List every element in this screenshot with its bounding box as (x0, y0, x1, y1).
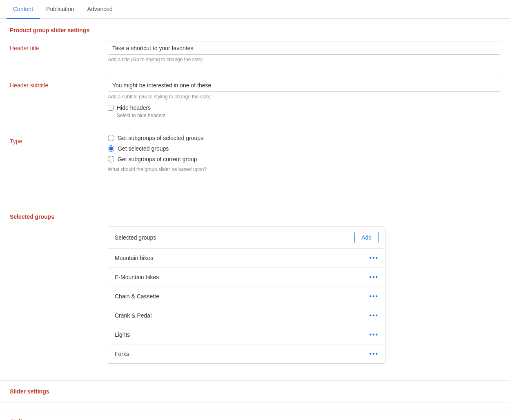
radio-subgroups-selected-row: Get subgroups of selected groups (108, 135, 500, 141)
groups-panel-title: Selected groups (115, 234, 156, 241)
header-title-label: Header title (10, 42, 108, 51)
radio-subgroups-selected-label: Get subgroups of selected groups (118, 135, 203, 141)
header-subtitle-label: Header subtitle (10, 79, 108, 89)
group-item: Lights ••• (108, 325, 385, 344)
radio-subgroups-current-row: Get subgroups of current group (108, 156, 500, 162)
add-group-button[interactable]: Add (354, 232, 379, 243)
group-name: Forks (115, 351, 129, 357)
tabs-bar: Content Publication Advanced (0, 0, 510, 19)
group-menu-button[interactable]: ••• (369, 331, 379, 338)
type-hint: What should the group slider be based up… (108, 167, 500, 172)
group-item: E-Mountain bikes ••• (108, 268, 385, 287)
radio-selected-groups[interactable] (108, 145, 114, 152)
selected-groups-section: Selected groups Selected groups Add Moun… (0, 205, 510, 372)
group-item: Chain & Cassette ••• (108, 287, 385, 306)
selected-groups-title: Selected groups (10, 213, 500, 220)
header-title-row: Header title Add a title (Go to styling … (10, 42, 500, 71)
divider-3 (0, 402, 510, 402)
group-name: Mountain bikes (115, 255, 153, 261)
groups-panel-header: Selected groups Add (108, 227, 385, 249)
group-menu-button[interactable]: ••• (369, 273, 379, 281)
tab-publication[interactable]: Publication (40, 0, 81, 19)
slider-settings-section[interactable]: Slider settings (0, 380, 510, 402)
radio-selected-groups-row: Get selected groups (108, 145, 500, 152)
radio-subgroups-current[interactable] (108, 156, 114, 162)
group-menu-button[interactable]: ••• (369, 350, 379, 358)
type-field: Get subgroups of selected groups Get sel… (108, 135, 500, 172)
header-subtitle-field: Add a subtitle (Go to styling to change … (108, 79, 500, 118)
radio-subgroups-selected[interactable] (108, 135, 114, 141)
hide-headers-row: Hide headers (108, 104, 500, 111)
tab-content[interactable]: Content (7, 0, 40, 19)
divider-1 (0, 197, 510, 197)
tab-advanced[interactable]: Advanced (81, 0, 119, 19)
divider-2 (0, 372, 510, 372)
group-name: Crank & Pedal (115, 312, 151, 319)
main-content: Product group slider settings Header tit… (0, 19, 510, 197)
group-menu-button[interactable]: ••• (369, 312, 379, 319)
header-subtitle-hint: Add a subtitle (Go to styling to change … (108, 94, 500, 100)
hide-headers-checkbox[interactable] (108, 105, 114, 111)
tab-list: Content Publication Advanced (0, 0, 510, 19)
radio-selected-groups-label: Get selected groups (118, 145, 169, 152)
groups-panel: Selected groups Add Mountain bikes ••• E… (108, 227, 385, 364)
group-menu-button[interactable]: ••• (369, 293, 379, 300)
group-name: Lights (115, 331, 130, 338)
radio-subgroups-current-label: Get subgroups of current group (118, 156, 197, 162)
header-subtitle-input[interactable] (108, 79, 500, 92)
header-title-input[interactable] (108, 42, 500, 55)
type-radio-group: Get subgroups of selected groups Get sel… (108, 135, 500, 162)
group-item: Crank & Pedal ••• (108, 306, 385, 325)
groups-list: Mountain bikes ••• E-Mountain bikes ••• … (108, 249, 385, 363)
group-name: E-Mountain bikes (115, 274, 159, 280)
group-item: Forks ••• (108, 344, 385, 363)
type-label: Type (10, 135, 108, 144)
header-title-field: Add a title (Go to styling to change the… (108, 42, 500, 62)
hide-headers-label: Hide headers (117, 104, 151, 111)
header-subtitle-row: Header subtitle Add a subtitle (Go to st… (10, 79, 500, 127)
section-title: Product group slider settings (10, 27, 500, 33)
header-title-hint: Add a title (Go to styling to change the… (108, 57, 500, 62)
group-menu-button[interactable]: ••• (369, 254, 379, 262)
group-item: Mountain bikes ••• (108, 249, 385, 268)
type-row: Type Get subgroups of selected groups Ge… (10, 135, 500, 180)
group-name: Chain & Cassette (115, 293, 159, 300)
styling-section[interactable]: Styling (0, 411, 510, 420)
hide-headers-hint: Select to hide headers (117, 113, 500, 118)
